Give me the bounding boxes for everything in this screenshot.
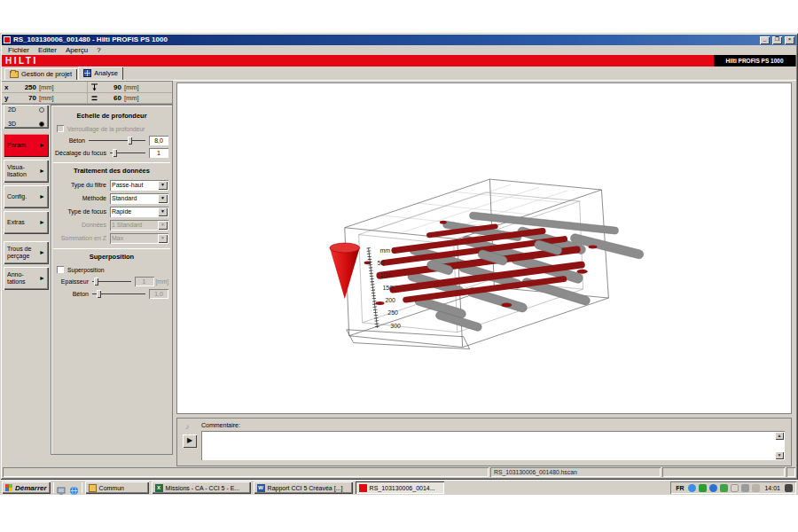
slider-thumb[interactable] bbox=[128, 137, 132, 145]
beton-value-field[interactable]: 8,0 bbox=[149, 136, 168, 145]
tab-gestion-de-projet[interactable]: Gestion de projet bbox=[4, 68, 77, 80]
start-button[interactable]: Démarrer bbox=[2, 481, 51, 494]
comment-textarea[interactable] bbox=[201, 431, 785, 460]
main-content: x 250 [mm] 90 [mm] y 70 [mm] bbox=[2, 81, 796, 466]
view-mode-selector: 2D 3D bbox=[4, 105, 49, 129]
close-button[interactable]: × bbox=[785, 36, 794, 44]
sidebar-item-trous-de-percage[interactable]: Trous de perçage ► bbox=[4, 241, 49, 264]
screenshot-canvas: RS_103130006_001480 - Hilti PROFIS PS 10… bbox=[0, 0, 798, 532]
sidebar-item-config[interactable]: Config. ► bbox=[4, 185, 49, 208]
chevron-down-icon[interactable]: ▼ bbox=[158, 194, 168, 203]
sidebar-item-extras[interactable]: Extras ► bbox=[4, 211, 49, 234]
tray-network-icon[interactable] bbox=[699, 484, 707, 492]
focus-type-select[interactable]: Rapide ▼ bbox=[110, 207, 168, 217]
status-segment bbox=[662, 467, 785, 477]
title-bar: RS_103130006_001480 - Hilti PROFIS PS 10… bbox=[2, 35, 796, 45]
overlay-checkbox[interactable] bbox=[57, 266, 64, 273]
tray-update-icon[interactable] bbox=[709, 484, 717, 492]
beton-slider[interactable] bbox=[89, 136, 145, 145]
app-window: RS_103130006_001480 - Hilti PROFIS PS 10… bbox=[0, 33, 798, 480]
taskbar-item-excel[interactable]: X Missions - CA - CCI 5 - E... bbox=[152, 481, 251, 494]
chevron-down-icon: ▼ bbox=[158, 234, 168, 243]
menu-editer[interactable]: Editer bbox=[34, 45, 61, 55]
section-title-overlay: Superposition bbox=[51, 253, 172, 261]
tray-printer-icon[interactable] bbox=[741, 484, 749, 492]
menu-fichier[interactable]: Fichier bbox=[4, 45, 34, 55]
tray-messenger-icon[interactable] bbox=[688, 484, 696, 492]
taskbar: Démarrer Commun X Missions - CA - CCI 5 … bbox=[0, 480, 798, 495]
section-title-depth-scale: Echelle de profondeur bbox=[51, 112, 172, 120]
excel-icon: X bbox=[155, 484, 163, 492]
sidebar: 2D 3D Param. ► Visua- lisation ► bbox=[2, 105, 51, 293]
scan-3d-viewport: mm 50 100 150 200 250 300 bbox=[176, 82, 792, 414]
thickness-slider-row: Epaisseur 1 [mm] bbox=[51, 275, 172, 287]
overlay-checkbox-row: Superposition bbox=[51, 264, 172, 275]
quicklaunch-show-desktop-icon[interactable] bbox=[57, 483, 66, 493]
focus-offset-slider[interactable] bbox=[110, 148, 145, 157]
mode-2d-option[interactable]: 2D bbox=[8, 106, 44, 113]
sidebar-item-param[interactable]: Param. ► bbox=[4, 134, 49, 157]
chevron-right-icon: ► bbox=[39, 249, 45, 256]
scroll-down-icon[interactable]: ▼ bbox=[775, 451, 784, 459]
tab-analyse[interactable]: Analyse bbox=[78, 66, 123, 80]
ruler-tick-label: 150 bbox=[382, 285, 393, 291]
filter-type-select[interactable]: Passe-haut ▼ bbox=[110, 180, 168, 191]
ruler-tick-label: 50 bbox=[377, 260, 384, 266]
thickness-slider[interactable] bbox=[92, 277, 131, 286]
slider-thumb[interactable] bbox=[113, 149, 117, 157]
slider-thumb[interactable] bbox=[94, 278, 98, 286]
restore-button[interactable]: ❐ bbox=[772, 36, 782, 44]
taskbar-item-word[interactable]: W Rapport CCI 5 Créavéa [...] bbox=[254, 481, 353, 494]
tray-display-icon[interactable] bbox=[785, 484, 793, 492]
minimize-button[interactable]: _ bbox=[760, 36, 770, 44]
chevron-right-icon: ► bbox=[39, 168, 45, 175]
ruler-tick-label: 300 bbox=[390, 323, 401, 329]
overlay-beton-slider[interactable] bbox=[92, 289, 145, 298]
tray-flag-icon[interactable] bbox=[731, 484, 739, 492]
radio-3d-icon bbox=[39, 121, 44, 127]
chevron-down-icon[interactable]: ▼ bbox=[158, 207, 168, 216]
mode-3d-option[interactable]: 3D bbox=[8, 121, 44, 127]
quicklaunch-browser-icon[interactable] bbox=[69, 483, 79, 493]
system-tray: FR 14:01 bbox=[670, 481, 796, 494]
taskbar-item-commun[interactable]: Commun bbox=[85, 481, 149, 494]
comment-label: Commentaire: bbox=[201, 422, 240, 428]
menu-apercu[interactable]: Aperçu bbox=[61, 45, 92, 55]
data-row: Données 1 Standard ▼ bbox=[51, 218, 172, 231]
depth-icon bbox=[90, 83, 98, 91]
scroll-up-icon[interactable]: ▲ bbox=[775, 432, 784, 440]
comment-scrollbar[interactable]: ▲ ▼ bbox=[775, 432, 784, 459]
tray-language-indicator[interactable]: FR bbox=[674, 485, 685, 491]
sidebar-item-annotations[interactable]: Anno- tations ► bbox=[4, 267, 49, 290]
menu-bar: Fichier Editer Aperçu ? bbox=[2, 45, 796, 55]
window-title: RS_103130006_001480 - Hilti PROFIS PS 10… bbox=[13, 35, 757, 45]
method-row: Méthode Standard ▼ bbox=[51, 192, 172, 205]
sidebar-item-visualisation[interactable]: Visua- lisation ► bbox=[4, 160, 49, 183]
status-segment bbox=[3, 467, 489, 477]
taskbar-item-profis[interactable]: RS_103130006_0014... bbox=[356, 481, 444, 494]
focus-offset-value-field[interactable]: 1 bbox=[149, 148, 168, 158]
thickness-value-field: 1 bbox=[135, 277, 154, 286]
chevron-down-icon[interactable]: ▼ bbox=[158, 181, 168, 190]
method-select[interactable]: Standard ▼ bbox=[110, 193, 168, 204]
folder-icon bbox=[89, 484, 97, 492]
x-coordinate: x 250 [mm] bbox=[2, 82, 87, 93]
tray-clock: 14:01 bbox=[763, 485, 782, 491]
beton-slider-row: Béton 8,0 bbox=[51, 134, 172, 146]
scan-3d-svg[interactable]: mm 50 100 150 200 250 300 bbox=[177, 83, 791, 413]
focus-offset-slider-row: Décalage du focus 1 bbox=[51, 146, 172, 159]
overlay-beton-value-field: 1,0 bbox=[149, 289, 168, 299]
menu-help[interactable]: ? bbox=[92, 45, 105, 55]
tab-label: Analyse bbox=[94, 69, 118, 77]
tab-label: Gestion de projet bbox=[21, 70, 72, 78]
tray-antivirus-icon[interactable] bbox=[720, 484, 728, 492]
section-title-processing: Traitement des données bbox=[51, 167, 172, 175]
slider-thumb[interactable] bbox=[97, 290, 101, 298]
y-coordinate: y 70 [mm] bbox=[2, 93, 87, 104]
z-summation-select: Max ▼ bbox=[110, 233, 168, 244]
thickness-icon bbox=[90, 94, 98, 102]
play-audio-button[interactable]: ▶ bbox=[183, 434, 197, 448]
tray-volume-icon[interactable] bbox=[752, 484, 760, 492]
z-summation-row: Sommation en Z Max ▼ bbox=[51, 231, 172, 245]
hilti-logo: HILTI bbox=[2, 56, 38, 66]
